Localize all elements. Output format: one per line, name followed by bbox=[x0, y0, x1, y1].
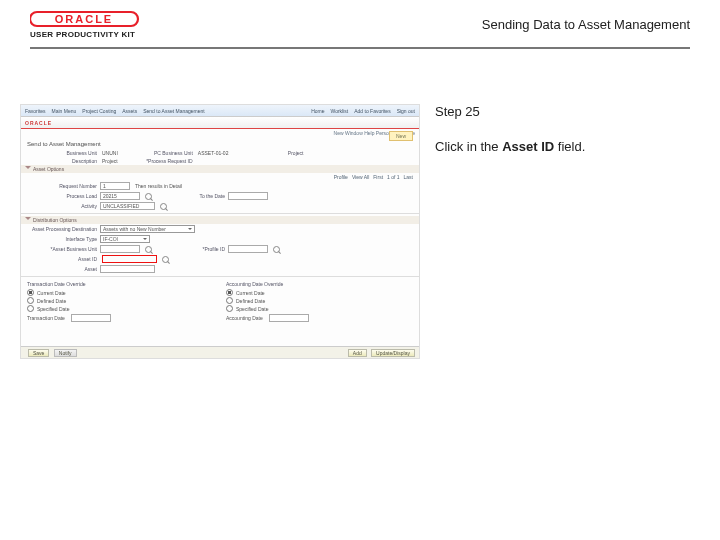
desc-label: Description bbox=[27, 158, 97, 164]
window-links[interactable]: New Window Help Personalize Page bbox=[21, 129, 419, 139]
procload-label: Process Load bbox=[27, 193, 97, 199]
oracle-logo: ORACLE USER PRODUCTIVITY KIT bbox=[30, 10, 140, 39]
top-nav: Favorites Main Menu Project Costing Asse… bbox=[21, 105, 419, 117]
todate-label: To the Date bbox=[155, 193, 225, 199]
dest-label: Asset Processing Destination bbox=[27, 226, 97, 232]
activity-label: Activity bbox=[27, 203, 97, 209]
seq-label: Request Number bbox=[27, 183, 97, 189]
profid-label: *Profile ID bbox=[155, 246, 225, 252]
procload-input[interactable]: 20215 bbox=[100, 192, 140, 200]
viewall-link[interactable]: View All bbox=[352, 174, 369, 180]
step-label: Step 25 bbox=[435, 104, 690, 119]
breadcrumb-assets[interactable]: Assets bbox=[122, 108, 137, 114]
aubu-label: *Asset Business Unit bbox=[27, 246, 97, 252]
trans-override-title: Transaction Date Override bbox=[27, 281, 214, 287]
acct-override-title: Accounting Date Override bbox=[226, 281, 413, 287]
procid-label: *Process Request ID bbox=[123, 158, 193, 164]
header-divider bbox=[30, 47, 690, 49]
page-title: Sending Data to Asset Management bbox=[482, 17, 690, 32]
radio-current-left[interactable]: Current Date bbox=[27, 289, 214, 296]
aubu-input[interactable] bbox=[100, 245, 140, 253]
section-title: Send to Asset Management bbox=[21, 139, 419, 149]
dist-options-header[interactable]: Distribution Options bbox=[21, 216, 419, 224]
lookup-icon[interactable] bbox=[145, 193, 152, 200]
svg-text:ORACLE: ORACLE bbox=[55, 13, 113, 25]
profile-link[interactable]: Profile bbox=[334, 174, 348, 180]
assetid-label: Asset ID bbox=[27, 256, 97, 262]
app-screenshot: Favorites Main Menu Project Costing Asse… bbox=[20, 104, 420, 359]
asset-input[interactable] bbox=[100, 265, 155, 273]
itype-label: Interface Type bbox=[27, 236, 97, 242]
bu-label: Business Unit bbox=[27, 150, 97, 156]
nav-home[interactable]: Home bbox=[311, 108, 324, 114]
update-button[interactable]: Update/Display bbox=[371, 349, 415, 357]
notify-button[interactable]: Notify bbox=[54, 349, 77, 357]
transdate-label: Transaction Date bbox=[27, 315, 65, 321]
brand-bar: ORACLE bbox=[21, 117, 419, 129]
assetid-input[interactable] bbox=[102, 255, 157, 263]
nav-addfav[interactable]: Add to Favorites bbox=[354, 108, 390, 114]
asset-label: Asset bbox=[27, 266, 97, 272]
desc-value: Project bbox=[100, 158, 120, 164]
detail-options-header[interactable]: Asset Options bbox=[21, 165, 419, 173]
acctdate-label: Accounting Date bbox=[226, 315, 263, 321]
radio-current-right[interactable]: Current Date bbox=[226, 289, 413, 296]
itype-select[interactable]: IF-COI bbox=[100, 235, 150, 243]
bu-value: UNUNI bbox=[100, 150, 120, 156]
dest-select[interactable]: Assets with no New Number bbox=[100, 225, 195, 233]
new-tab[interactable]: New bbox=[389, 131, 413, 141]
seq-input[interactable]: 1 bbox=[100, 182, 130, 190]
seq-note: Then results in Detail bbox=[133, 183, 184, 189]
todate-input[interactable] bbox=[228, 192, 268, 200]
radio-defined-left[interactable]: Defined Date bbox=[27, 297, 214, 304]
radio-specified-left[interactable]: Specified Date bbox=[27, 305, 214, 312]
nav-signout[interactable]: Sign out bbox=[397, 108, 415, 114]
footer-toolbar: Save Notify Add Update/Display bbox=[21, 346, 419, 358]
oracle-wordmark: ORACLE bbox=[30, 10, 140, 28]
radio-defined-right[interactable]: Defined Date bbox=[226, 297, 413, 304]
proj-label: Project bbox=[233, 150, 303, 156]
range-text: 1 of 1 bbox=[387, 174, 400, 180]
save-button[interactable]: Save bbox=[28, 349, 49, 357]
lookup-icon[interactable] bbox=[145, 246, 152, 253]
last-link[interactable]: Last bbox=[404, 174, 413, 180]
activity-input[interactable]: UNCLASSIFIED bbox=[100, 202, 155, 210]
profid-input[interactable] bbox=[228, 245, 268, 253]
first-link[interactable]: First bbox=[373, 174, 383, 180]
pc-value: ASSET-01-02 bbox=[196, 150, 231, 156]
add-button[interactable]: Add bbox=[348, 349, 367, 357]
upk-label: USER PRODUCTIVITY KIT bbox=[30, 30, 140, 39]
acctdate-input[interactable] bbox=[269, 314, 309, 322]
pc-label: PC Business Unit bbox=[123, 150, 193, 156]
lookup-icon[interactable] bbox=[160, 203, 167, 210]
breadcrumb-pc[interactable]: Project Costing bbox=[82, 108, 116, 114]
lookup-icon[interactable] bbox=[162, 256, 169, 263]
nav-favorites[interactable]: Favorites bbox=[25, 108, 46, 114]
instruction-text: Click in the Asset ID field. bbox=[435, 139, 690, 154]
lookup-icon[interactable] bbox=[273, 246, 280, 253]
radio-specified-right[interactable]: Specified Date bbox=[226, 305, 413, 312]
nav-main-menu[interactable]: Main Menu bbox=[52, 108, 77, 114]
nav-worklist[interactable]: Worklist bbox=[331, 108, 349, 114]
transdate-input[interactable] bbox=[71, 314, 111, 322]
breadcrumb-send[interactable]: Send to Asset Management bbox=[143, 108, 204, 114]
